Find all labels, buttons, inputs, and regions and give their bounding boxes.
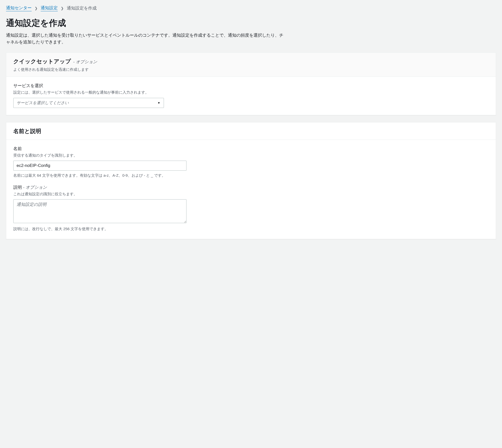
quick-setup-header: クイックセットアップ - オプション よく使用される通知設定を迅速に作成します: [6, 53, 496, 77]
service-select-label: サービスを選択: [13, 83, 489, 89]
quick-setup-panel: クイックセットアップ - オプション よく使用される通知設定を迅速に作成します …: [6, 52, 496, 115]
quick-setup-subtitle: - オプション: [73, 59, 97, 64]
breadcrumb: 通知センター ❯ 通知設定 ❯ 通知設定を作成: [6, 5, 496, 11]
name-description-text: 受信する通知のタイプを識別します。: [13, 153, 489, 158]
description-label: 説明 - オプション: [13, 184, 489, 190]
breadcrumb-link-notification-center[interactable]: 通知センター: [6, 5, 32, 11]
name-description-title: 名前と説明: [13, 128, 41, 134]
description-constraint: 説明には、改行なしで、最大 256 文字を使用できます。: [13, 226, 489, 232]
description-help-text: これは通知設定の識別に役立ちます。: [13, 191, 489, 197]
page-description: 通知設定は、選択した通知を受け取りたいサービスとイベントルールのコンテナです。通…: [6, 32, 287, 45]
name-input[interactable]: [13, 161, 186, 171]
breadcrumb-link-notification-settings[interactable]: 通知設定: [41, 5, 58, 11]
page-title: 通知設定を作成: [6, 17, 496, 29]
chevron-right-icon: ❯: [61, 6, 64, 10]
name-description-header: 名前と説明: [6, 122, 496, 140]
name-label: 名前: [13, 146, 489, 152]
service-select-field: サービスを選択 設定には、選択したサービスで使用される一般的な通知が事前に入力さ…: [13, 83, 489, 108]
chevron-right-icon: ❯: [35, 6, 38, 10]
service-select-description: 設定には、選択したサービスで使用される一般的な通知が事前に入力されます。: [13, 90, 489, 95]
service-select[interactable]: サービスを選択してください: [13, 98, 164, 108]
breadcrumb-current: 通知設定を作成: [67, 5, 97, 11]
name-constraint: 名前には最大 64 文字を使用できます。有効な文字は a-z、A-Z、0-9、お…: [13, 173, 489, 178]
quick-setup-title: クイックセットアップ: [13, 58, 71, 65]
quick-setup-help: よく使用される通知設定を迅速に作成します: [13, 67, 489, 72]
name-description-panel: 名前と説明 名前 受信する通知のタイプを識別します。 名前には最大 64 文字を…: [6, 122, 496, 239]
name-field: 名前 受信する通知のタイプを識別します。 名前には最大 64 文字を使用できます…: [13, 146, 489, 178]
description-textarea[interactable]: [13, 199, 186, 223]
description-field: 説明 - オプション これは通知設定の識別に役立ちます。 説明には、改行なしで、…: [13, 184, 489, 232]
